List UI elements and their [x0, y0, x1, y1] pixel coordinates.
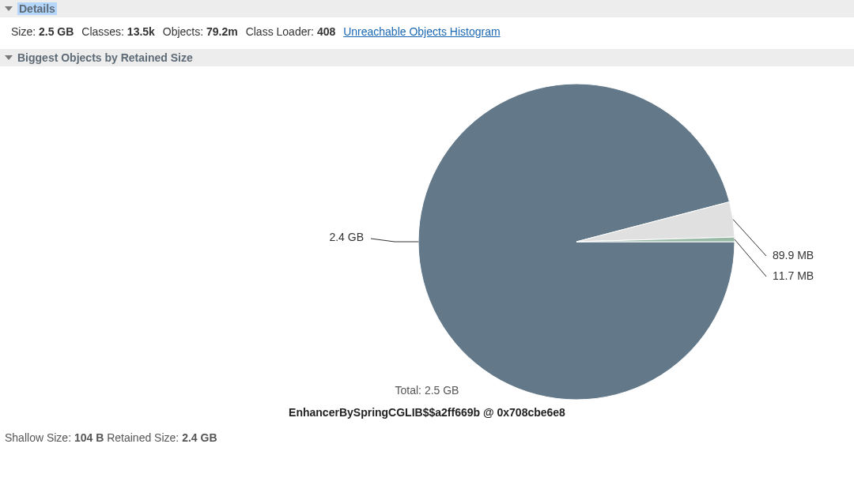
- details-section-header[interactable]: Details: [0, 0, 854, 17]
- unreachable-histogram-link[interactable]: Unreachable Objects Histogram: [343, 25, 500, 38]
- size-value: 2.5 GB: [39, 25, 74, 38]
- size-label: Size:: [11, 25, 36, 38]
- biggest-objects-section-title: Biggest Objects by Retained Size: [17, 51, 193, 64]
- pie-leader-line: [735, 239, 766, 276]
- pie-leader-line: [371, 239, 418, 242]
- details-summary-line: Size: 2.5 GB Classes: 13.5k Objects: 79.…: [0, 17, 854, 49]
- pie-leader-line: [733, 220, 766, 256]
- pie-slice-main-label: 2.4 GB: [316, 231, 364, 243]
- objects-label: Objects:: [163, 25, 203, 38]
- shallow-size-label: Shallow Size:: [5, 431, 71, 444]
- caret-down-icon: [5, 55, 13, 60]
- pie-selected-object: EnhancerBySpringCGLIB$$a2ff669b @ 0x708c…: [0, 406, 854, 419]
- pie-slice-thin-label: 11.7 MB: [773, 269, 814, 282]
- caret-down-icon: [5, 6, 13, 11]
- pie-slice-remainder-label: 89.9 MB: [773, 249, 814, 261]
- retained-size-label: Retained Size:: [107, 431, 179, 444]
- classes-label: Classes:: [81, 25, 124, 38]
- classes-value: 13.5k: [127, 25, 155, 38]
- classloader-label: Class Loader:: [246, 25, 314, 38]
- biggest-objects-section-header[interactable]: Biggest Objects by Retained Size: [0, 49, 854, 66]
- pie-total-label: Total: 2.5 GB: [0, 384, 854, 397]
- classloader-value: 408: [317, 25, 335, 38]
- selected-object-sizes: Shallow Size: 104 B Retained Size: 2.4 G…: [0, 428, 854, 450]
- retained-size-value: 2.4 GB: [182, 431, 217, 444]
- details-section-title: Details: [17, 2, 57, 15]
- shallow-size-value: 104 B: [74, 431, 104, 444]
- pie-chart-svg[interactable]: [0, 66, 854, 428]
- pie-chart-area: 2.4 GB 89.9 MB 11.7 MB Total: 2.5 GB Enh…: [0, 66, 854, 428]
- objects-value: 79.2m: [206, 25, 238, 38]
